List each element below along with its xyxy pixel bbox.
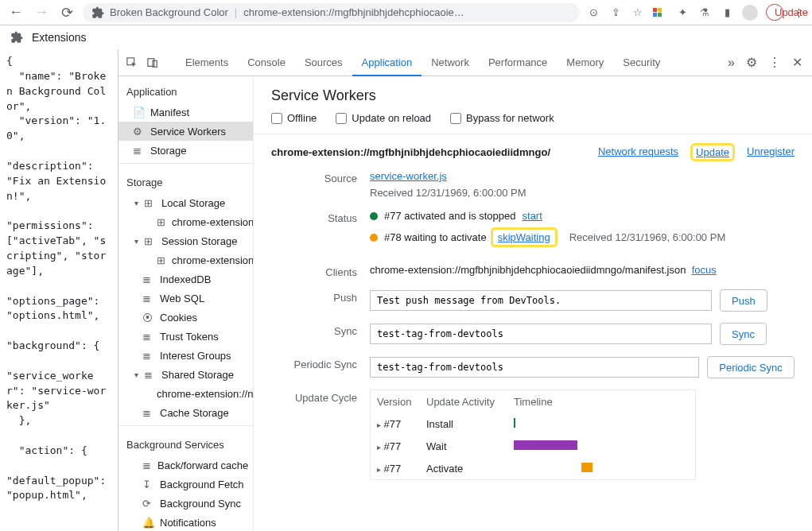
- sidebar-section-head: Storage: [118, 173, 253, 193]
- sidebar-item-storage[interactable]: ≣Storage: [118, 141, 253, 160]
- push-label: Push: [271, 289, 357, 304]
- skipwaiting-link[interactable]: skipWaiting: [498, 231, 550, 243]
- sidebar-item-label: chrome-extension: [172, 216, 253, 228]
- sidebar-item-label: Storage: [150, 145, 187, 157]
- browser-toolbar: ← → ⟳ Broken Background Color | chrome-e…: [0, 0, 812, 25]
- db-icon: ≣: [142, 350, 153, 362]
- puzzle-icon[interactable]: ✦: [675, 6, 690, 18]
- tab-elements[interactable]: Elements: [176, 49, 238, 76]
- tab-network[interactable]: Network: [422, 49, 479, 76]
- sidebar-item-manifest[interactable]: 📄Manifest: [118, 103, 253, 122]
- bookmark-icon[interactable]: ☆: [631, 6, 645, 18]
- update-on-reload-checkbox[interactable]: Update on reload: [336, 112, 431, 124]
- sidebar-item-cache-storage[interactable]: ≣Cache Storage: [118, 403, 253, 422]
- tab-performance[interactable]: Performance: [479, 49, 557, 76]
- sidebar-item-notifications[interactable]: 🔔Notifications: [118, 513, 253, 531]
- sidebar-item-service-workers[interactable]: ⚙Service Workers: [118, 122, 253, 141]
- update-link[interactable]: Update: [696, 146, 729, 158]
- sidebar-item-label: Cache Storage: [160, 407, 229, 419]
- offline-checkbox[interactable]: Offline: [271, 112, 317, 124]
- unregister-link[interactable]: Unregister: [747, 145, 795, 159]
- sidebar-item-label: Session Storage: [161, 235, 237, 247]
- periodic-sync-button[interactable]: Periodic Sync: [707, 356, 795, 378]
- sidebar-item-cookies[interactable]: ⦿Cookies: [118, 308, 253, 327]
- sync-input[interactable]: [370, 324, 712, 344]
- source-label: Source: [271, 170, 357, 184]
- tab-memory[interactable]: Memory: [557, 49, 613, 76]
- sidebar-item-chrome-extension[interactable]: ⊞chrome-extension: [118, 250, 253, 269]
- sidebar-item-background-sync[interactable]: ⟳Background Sync: [118, 494, 253, 513]
- periodic-sync-label: Periodic Sync: [271, 356, 357, 370]
- tab-console[interactable]: Console: [238, 49, 295, 76]
- status-label: Status: [271, 210, 357, 224]
- more-tabs-icon[interactable]: »: [728, 56, 735, 70]
- search-icon[interactable]: ⊙: [586, 6, 600, 18]
- sync-button[interactable]: Sync: [720, 323, 767, 345]
- push-input[interactable]: [370, 290, 712, 311]
- sidebar-item-interest-groups[interactable]: ≣Interest Groups: [118, 346, 253, 365]
- status-waiting-received: Received 12/31/1969, 6:00:00 PM: [569, 231, 726, 243]
- apps-icon[interactable]: [653, 8, 667, 17]
- sidebar-item-session-storage[interactable]: ▾⊞Session Storage: [118, 231, 253, 250]
- periodic-sync-input[interactable]: [370, 357, 699, 378]
- push-button[interactable]: Push: [720, 289, 767, 312]
- tab-security[interactable]: Security: [613, 49, 670, 76]
- sidebar-item-web-sql[interactable]: ≣Web SQL: [118, 289, 253, 308]
- inspect-icon[interactable]: [123, 54, 141, 72]
- sidebar-section-head: Background Services: [118, 436, 253, 455]
- sidebar-item-label: Shared Storage: [161, 369, 234, 381]
- forward-button[interactable]: →: [32, 3, 51, 22]
- puzzle-icon: [91, 6, 105, 20]
- status-dot-waiting: [370, 234, 378, 242]
- source-file-link[interactable]: service-worker.js: [370, 170, 447, 182]
- sidebar-item-background-fetch[interactable]: ↧Background Fetch: [118, 475, 253, 494]
- update-button[interactable]: Update: [766, 4, 783, 21]
- sidebar-section-head: Application: [118, 83, 253, 103]
- sidebar-item-chrome-extension[interactable]: ⊞chrome-extension: [118, 212, 253, 231]
- sidebar-item-chrome-extension-n[interactable]: chrome-extension://n: [118, 384, 253, 403]
- settings-icon[interactable]: ⚙: [746, 55, 757, 70]
- sidebar-item-shared-storage[interactable]: ▾≣Shared Storage: [118, 365, 253, 384]
- tab-application[interactable]: Application: [352, 49, 422, 76]
- sidebar-item-trust-tokens[interactable]: ≣Trust Tokens: [118, 327, 253, 346]
- panel-icon[interactable]: ▮: [720, 6, 734, 18]
- address-bar[interactable]: Broken Background Color | chrome-extensi…: [83, 3, 580, 22]
- db-icon: ≣: [142, 459, 151, 471]
- table-row: ▸ #77Activate: [371, 457, 695, 479]
- cookie-icon: ⦿: [142, 312, 153, 324]
- application-sidebar: Application📄Manifest⚙Service Workers≣Sto…: [118, 76, 254, 531]
- tab-sources[interactable]: Sources: [295, 49, 352, 76]
- flask-icon[interactable]: ⚗: [697, 6, 712, 18]
- sidebar-item-label: Cookies: [160, 312, 197, 324]
- sidebar-item-label: IndexedDB: [160, 273, 211, 285]
- doc-icon: 📄: [133, 107, 144, 118]
- separator: |: [235, 6, 237, 18]
- sidebar-item-back-forward-cache[interactable]: ≣Back/forward cache: [118, 455, 253, 475]
- bell-icon: 🔔: [142, 517, 153, 529]
- menu-icon[interactable]: ⋮: [791, 6, 806, 18]
- grid-icon: ⊞: [144, 235, 155, 247]
- bypass-network-checkbox[interactable]: Bypass for network: [450, 112, 554, 124]
- reload-button[interactable]: ⟳: [57, 3, 76, 22]
- clients-label: Clients: [271, 264, 357, 278]
- close-icon[interactable]: ✕: [792, 55, 802, 70]
- db-icon: ≣: [144, 369, 155, 381]
- device-icon[interactable]: [144, 54, 161, 72]
- code-pane: { "name": "Broken Background Color", "ve…: [0, 49, 118, 531]
- extensions-label[interactable]: Extensions: [32, 31, 86, 44]
- sidebar-item-local-storage[interactable]: ▾⊞Local Storage: [118, 193, 253, 212]
- status-dot-active: [370, 212, 378, 220]
- share-icon[interactable]: ⇪: [608, 6, 623, 18]
- sidebar-item-label: Service Workers: [150, 126, 226, 138]
- focus-link[interactable]: focus: [692, 264, 717, 276]
- back-button[interactable]: ←: [6, 3, 25, 22]
- sidebar-item-indexeddb[interactable]: ≣IndexedDB: [118, 269, 253, 289]
- start-link[interactable]: start: [523, 210, 542, 222]
- profile-icon[interactable]: [742, 5, 758, 21]
- network-requests-link[interactable]: Network requests: [598, 145, 678, 159]
- grid-icon: ⊞: [144, 197, 155, 209]
- db-icon: ≣: [142, 407, 153, 419]
- sidebar-item-label: Trust Tokens: [160, 331, 219, 343]
- devtools: ElementsConsoleSourcesApplicationNetwork…: [118, 49, 812, 531]
- kebab-icon[interactable]: ⋮: [768, 55, 781, 70]
